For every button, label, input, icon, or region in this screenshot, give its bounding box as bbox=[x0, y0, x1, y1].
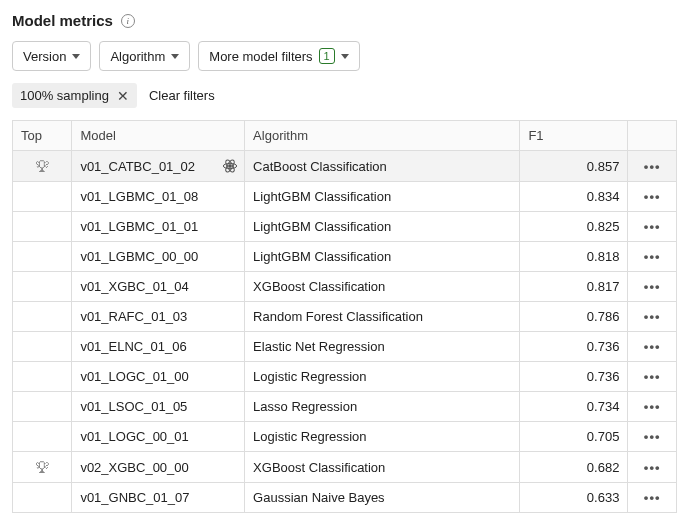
chevron-down-icon bbox=[171, 54, 179, 59]
f1-cell: 0.736 bbox=[520, 332, 628, 362]
row-actions-button[interactable]: ••• bbox=[628, 422, 677, 452]
model-name: v01_LGBMC_01_08 bbox=[80, 189, 198, 204]
row-actions-button[interactable]: ••• bbox=[628, 392, 677, 422]
algorithm-cell: Gaussian Naive Bayes bbox=[245, 483, 520, 513]
version-filter-button[interactable]: Version bbox=[12, 41, 91, 71]
row-actions-button[interactable]: ••• bbox=[628, 182, 677, 212]
model-name: v01_XGBC_01_04 bbox=[80, 279, 188, 294]
model-name: v02_XGBC_00_00 bbox=[80, 460, 188, 475]
top-cell bbox=[13, 332, 72, 362]
row-actions-button[interactable]: ••• bbox=[628, 272, 677, 302]
table-row[interactable]: v01_RAFC_01_03Random Forest Classificati… bbox=[13, 302, 677, 332]
f1-cell: 0.682 bbox=[520, 452, 628, 483]
model-cell[interactable]: v01_LGBMC_01_01 bbox=[72, 212, 245, 242]
f1-cell: 0.834 bbox=[520, 182, 628, 212]
filter-bar: Version Algorithm More model filters 1 bbox=[12, 41, 677, 71]
table-row[interactable]: v01_LGBMC_01_01LightGBM Classification0.… bbox=[13, 212, 677, 242]
algorithm-cell: Logistic Regression bbox=[245, 422, 520, 452]
algorithm-cell: LightGBM Classification bbox=[245, 212, 520, 242]
model-cell[interactable]: v01_LGBMC_00_00 bbox=[72, 242, 245, 272]
model-cell[interactable]: v01_CATBC_01_02 bbox=[72, 151, 245, 182]
model-name: v01_RAFC_01_03 bbox=[80, 309, 187, 324]
model-cell[interactable]: v01_LOGC_01_00 bbox=[72, 362, 245, 392]
top-cell bbox=[13, 212, 72, 242]
trophy-icon: 🏆︎ bbox=[35, 459, 49, 475]
col-header-top[interactable]: Top bbox=[13, 121, 72, 151]
model-name: v01_LSOC_01_05 bbox=[80, 399, 187, 414]
more-icon: ••• bbox=[644, 159, 661, 174]
more-icon: ••• bbox=[644, 369, 661, 384]
top-cell bbox=[13, 272, 72, 302]
top-cell bbox=[13, 483, 72, 513]
col-header-f1[interactable]: F1 bbox=[520, 121, 628, 151]
table-row[interactable]: v01_GNBC_01_07Gaussian Naive Bayes0.633•… bbox=[13, 483, 677, 513]
model-cell[interactable]: v01_LOGC_00_01 bbox=[72, 422, 245, 452]
more-icon: ••• bbox=[644, 309, 661, 324]
svg-point-0 bbox=[229, 165, 232, 168]
more-icon: ••• bbox=[644, 219, 661, 234]
top-cell: 🏆︎ bbox=[13, 452, 72, 483]
row-actions-button[interactable]: ••• bbox=[628, 212, 677, 242]
row-actions-button[interactable]: ••• bbox=[628, 151, 677, 182]
col-header-algorithm[interactable]: Algorithm bbox=[245, 121, 520, 151]
row-actions-button[interactable]: ••• bbox=[628, 242, 677, 272]
close-icon[interactable]: ✕ bbox=[117, 89, 129, 103]
version-filter-label: Version bbox=[23, 49, 66, 64]
model-name: v01_LGBMC_00_00 bbox=[80, 249, 198, 264]
model-name: v01_LOGC_00_01 bbox=[80, 429, 188, 444]
model-name: v01_CATBC_01_02 bbox=[80, 159, 195, 174]
more-icon: ••• bbox=[644, 279, 661, 294]
clear-filters-link[interactable]: Clear filters bbox=[149, 88, 215, 103]
f1-cell: 0.825 bbox=[520, 212, 628, 242]
algorithm-cell: Elastic Net Regression bbox=[245, 332, 520, 362]
col-header-model[interactable]: Model bbox=[72, 121, 245, 151]
f1-cell: 0.786 bbox=[520, 302, 628, 332]
table-row[interactable]: v01_LGBMC_01_08LightGBM Classification0.… bbox=[13, 182, 677, 212]
model-cell[interactable]: v01_LSOC_01_05 bbox=[72, 392, 245, 422]
f1-cell: 0.817 bbox=[520, 272, 628, 302]
row-actions-button[interactable]: ••• bbox=[628, 362, 677, 392]
sampling-chip[interactable]: 100% sampling ✕ bbox=[12, 83, 137, 108]
algorithm-filter-button[interactable]: Algorithm bbox=[99, 41, 190, 71]
more-icon: ••• bbox=[644, 490, 661, 505]
model-cell[interactable]: v01_RAFC_01_03 bbox=[72, 302, 245, 332]
algorithm-cell: XGBoost Classification bbox=[245, 452, 520, 483]
table-row[interactable]: 🏆︎v02_XGBC_00_00XGBoost Classification0.… bbox=[13, 452, 677, 483]
model-cell[interactable]: v01_LGBMC_01_08 bbox=[72, 182, 245, 212]
row-actions-button[interactable]: ••• bbox=[628, 302, 677, 332]
algorithm-cell: LightGBM Classification bbox=[245, 182, 520, 212]
row-actions-button[interactable]: ••• bbox=[628, 483, 677, 513]
row-actions-button[interactable]: ••• bbox=[628, 452, 677, 483]
more-filters-button[interactable]: More model filters 1 bbox=[198, 41, 359, 71]
algorithm-cell: Lasso Regression bbox=[245, 392, 520, 422]
table-row[interactable]: 🏆︎v01_CATBC_01_02CatBoost Classification… bbox=[13, 151, 677, 182]
top-cell bbox=[13, 362, 72, 392]
top-cell: 🏆︎ bbox=[13, 151, 72, 182]
trophy-icon: 🏆︎ bbox=[35, 158, 49, 174]
chevron-down-icon bbox=[341, 54, 349, 59]
f1-cell: 0.857 bbox=[520, 151, 628, 182]
model-cell[interactable]: v01_GNBC_01_07 bbox=[72, 483, 245, 513]
model-cell[interactable]: v01_ELNC_01_06 bbox=[72, 332, 245, 362]
chevron-down-icon bbox=[72, 54, 80, 59]
algorithm-cell: LightGBM Classification bbox=[245, 242, 520, 272]
more-icon: ••• bbox=[644, 189, 661, 204]
row-actions-button[interactable]: ••• bbox=[628, 332, 677, 362]
top-cell bbox=[13, 392, 72, 422]
table-row[interactable]: v01_ELNC_01_06Elastic Net Regression0.73… bbox=[13, 332, 677, 362]
table-row[interactable]: v01_LGBMC_00_00LightGBM Classification0.… bbox=[13, 242, 677, 272]
model-cell[interactable]: v01_XGBC_01_04 bbox=[72, 272, 245, 302]
table-row[interactable]: v01_LOGC_01_00Logistic Regression0.736••… bbox=[13, 362, 677, 392]
table-row[interactable]: v01_XGBC_01_04XGBoost Classification0.81… bbox=[13, 272, 677, 302]
model-cell[interactable]: v02_XGBC_00_00 bbox=[72, 452, 245, 483]
algorithm-cell: Logistic Regression bbox=[245, 362, 520, 392]
f1-cell: 0.818 bbox=[520, 242, 628, 272]
table-row[interactable]: v01_LOGC_00_01Logistic Regression0.705••… bbox=[13, 422, 677, 452]
info-icon[interactable]: i bbox=[121, 14, 135, 28]
algorithm-cell: Random Forest Classification bbox=[245, 302, 520, 332]
top-cell bbox=[13, 422, 72, 452]
more-icon: ••• bbox=[644, 339, 661, 354]
table-row[interactable]: v01_LSOC_01_05Lasso Regression0.734••• bbox=[13, 392, 677, 422]
f1-cell: 0.736 bbox=[520, 362, 628, 392]
header: Model metrics i bbox=[12, 12, 677, 29]
